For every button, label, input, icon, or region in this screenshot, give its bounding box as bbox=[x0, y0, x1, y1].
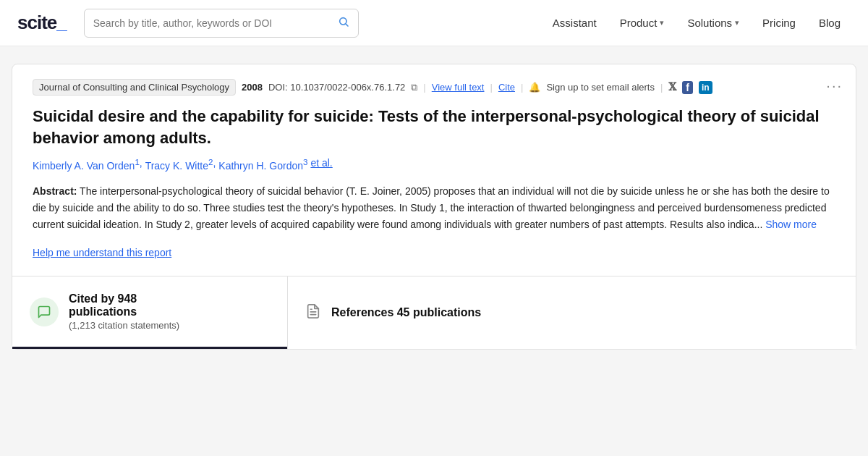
twitter-icon[interactable]: 𝕏 bbox=[668, 81, 676, 93]
abstract-text: Abstract: The interpersonal-psychologica… bbox=[33, 183, 835, 233]
article-year: 2008 bbox=[242, 82, 263, 93]
content-area: ··· Journal of Consulting and Clinical P… bbox=[0, 46, 868, 350]
author-3[interactable]: Kathryn H. Gordon3 bbox=[218, 157, 307, 172]
article-authors: Kimberly A. Van Orden1, Tracy K. Witte2,… bbox=[33, 157, 835, 172]
cited-by-title: Cited by 948publications bbox=[69, 292, 179, 318]
abstract-label: Abstract: bbox=[33, 185, 77, 197]
navbar: scite_ Assistant Product ▾ Solutions ▾ P… bbox=[0, 0, 868, 46]
nav-item-blog[interactable]: Blog bbox=[809, 11, 851, 35]
article-card: ··· Journal of Consulting and Clinical P… bbox=[12, 64, 856, 350]
solutions-chevron-icon: ▾ bbox=[735, 18, 739, 28]
svg-line-1 bbox=[346, 24, 348, 26]
article-title: Suicidal desire and the capability for s… bbox=[33, 106, 835, 148]
nav-item-solutions[interactable]: Solutions ▾ bbox=[677, 11, 749, 35]
nav-item-product[interactable]: Product ▾ bbox=[610, 11, 675, 35]
alert-bell-icon: 🔔 bbox=[529, 82, 540, 93]
references-tab[interactable]: References 45 publications bbox=[287, 276, 856, 349]
cited-by-content: Cited by 948publications (1,213 citation… bbox=[69, 292, 179, 331]
references-title: References 45 publications bbox=[331, 306, 481, 319]
abstract-body: The interpersonal-psychological theory o… bbox=[33, 185, 830, 230]
search-input[interactable] bbox=[93, 17, 332, 29]
help-understand-link[interactable]: Help me understand this report bbox=[33, 247, 171, 258]
cited-by-icon bbox=[30, 297, 59, 326]
et-al-link[interactable]: et al. bbox=[310, 157, 332, 172]
cite-link[interactable]: Cite bbox=[498, 82, 515, 93]
journal-badge: Journal of Consulting and Clinical Psych… bbox=[33, 79, 236, 96]
product-chevron-icon: ▾ bbox=[660, 18, 664, 28]
nav-links: Assistant Product ▾ Solutions ▾ Pricing … bbox=[542, 11, 851, 35]
social-icons: 𝕏 f in bbox=[668, 81, 712, 94]
article-doi: DOI: 10.1037/0022-006x.76.1.72 bbox=[268, 82, 405, 93]
facebook-icon[interactable]: f bbox=[682, 81, 693, 94]
linkedin-icon[interactable]: in bbox=[699, 81, 712, 94]
nav-item-assistant[interactable]: Assistant bbox=[542, 11, 607, 35]
alert-text: Sign up to set email alerts bbox=[546, 82, 655, 93]
show-more-link[interactable]: Show more bbox=[765, 219, 817, 230]
search-icon bbox=[338, 16, 349, 30]
cited-by-sub: (1,213 citation statements) bbox=[69, 320, 179, 331]
author-2[interactable]: Tracy K. Witte2 bbox=[145, 157, 213, 172]
cited-by-tab[interactable]: Cited by 948publications (1,213 citation… bbox=[12, 276, 287, 349]
copy-doi-icon[interactable]: ⧉ bbox=[411, 82, 417, 93]
nav-item-pricing[interactable]: Pricing bbox=[752, 11, 806, 35]
article-meta: Journal of Consulting and Clinical Psych… bbox=[33, 79, 835, 96]
search-bar bbox=[84, 9, 359, 38]
citation-tabs-row: Cited by 948publications (1,213 citation… bbox=[12, 276, 856, 349]
view-full-text-link[interactable]: View full text bbox=[432, 82, 485, 93]
site-logo[interactable]: scite_ bbox=[17, 12, 67, 34]
author-1[interactable]: Kimberly A. Van Orden1 bbox=[33, 157, 140, 172]
references-icon bbox=[305, 303, 321, 323]
more-options-button[interactable]: ··· bbox=[826, 77, 843, 94]
